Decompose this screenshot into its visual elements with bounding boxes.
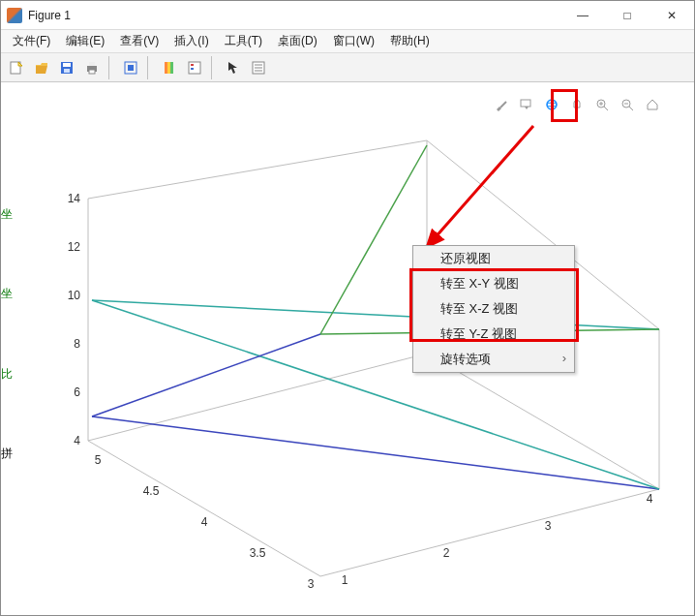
open-icon[interactable]	[30, 56, 53, 79]
z-tick: 10	[68, 289, 81, 302]
y-tick: 3	[308, 577, 315, 591]
x-tick: 3	[545, 519, 552, 533]
datatips-icon[interactable]	[518, 96, 535, 113]
menu-insert[interactable]: 插入(I)	[168, 31, 214, 51]
menubar: 文件(F) 编辑(E) 查看(V) 插入(I) 工具(T) 桌面(D) 窗口(W…	[1, 30, 694, 53]
y-tick: 5	[95, 453, 102, 467]
svg-rect-9	[165, 62, 167, 74]
toolbar	[1, 53, 694, 82]
svg-rect-14	[191, 68, 194, 70]
chevron-right-icon: ›	[562, 351, 566, 365]
z-tick: 6	[74, 385, 80, 399]
save-icon[interactable]	[55, 56, 78, 79]
ctx-rotate-options[interactable]: 旋转选项 ›	[413, 347, 574, 372]
svg-line-26	[88, 140, 427, 199]
chart-line	[92, 416, 659, 489]
annotation-highlight-views	[409, 268, 579, 342]
legend-icon[interactable]	[183, 56, 206, 79]
titlebar: Figure 1 — □ ✕	[1, 1, 694, 30]
menu-tools[interactable]: 工具(T)	[219, 31, 268, 51]
x-tick: 1	[342, 573, 348, 587]
svg-line-37	[629, 107, 633, 110]
annotation-highlight-rotate	[551, 89, 578, 122]
svg-rect-11	[170, 62, 173, 74]
axes-3d[interactable]: 4 6 8 10 12 14 5 4.5 4 3.5 3 1 2 3 4	[1, 82, 695, 615]
x-tick: 2	[443, 546, 450, 560]
svg-rect-8	[128, 65, 134, 71]
svg-line-39	[427, 126, 533, 247]
menu-file[interactable]: 文件(F)	[7, 31, 56, 51]
property-icon[interactable]	[247, 56, 270, 79]
ctx-rotate-options-label: 旋转选项	[440, 352, 491, 366]
close-button[interactable]: ✕	[650, 1, 694, 30]
figure-window: Figure 1 — □ ✕ 文件(F) 编辑(E) 查看(V) 插入(I) 工…	[0, 0, 695, 616]
minimize-button[interactable]: —	[560, 1, 605, 30]
y-tick: 4	[201, 515, 208, 529]
matlab-icon	[7, 8, 22, 23]
arrow-icon[interactable]	[222, 56, 245, 79]
maximize-button[interactable]: □	[605, 1, 650, 30]
z-tick: 4	[74, 434, 80, 447]
svg-rect-12	[189, 62, 200, 74]
y-tick: 4.5	[143, 484, 160, 498]
data-cursor-icon[interactable]	[119, 56, 142, 79]
colorbar-icon[interactable]	[158, 56, 181, 79]
y-tick: 3.5	[250, 546, 266, 560]
svg-rect-13	[191, 64, 194, 66]
chart-line	[92, 334, 320, 416]
zoom-in-icon[interactable]	[593, 96, 611, 113]
home-icon[interactable]	[644, 96, 661, 113]
svg-rect-10	[167, 62, 170, 74]
print-icon[interactable]	[80, 56, 104, 79]
z-tick: 12	[68, 240, 81, 254]
svg-line-33	[604, 107, 608, 110]
menu-view[interactable]: 查看(V)	[114, 31, 165, 51]
z-tick: 8	[74, 337, 80, 351]
svg-rect-3	[64, 69, 70, 73]
svg-line-23	[88, 354, 427, 441]
svg-rect-29	[521, 100, 530, 107]
plot-area: 坐 坐 比 拼	[1, 82, 694, 615]
z-tick: 14	[68, 192, 81, 205]
svg-rect-6	[89, 70, 95, 74]
svg-rect-5	[89, 62, 95, 66]
svg-line-24	[427, 354, 659, 489]
window-title: Figure 1	[28, 9, 71, 22]
svg-line-21	[320, 489, 659, 576]
menu-window[interactable]: 窗口(W)	[327, 31, 380, 51]
svg-rect-2	[63, 63, 71, 67]
x-tick: 4	[647, 492, 653, 506]
brush-icon[interactable]	[493, 96, 510, 113]
new-figure-icon[interactable]	[5, 56, 28, 79]
menu-edit[interactable]: 编辑(E)	[60, 31, 110, 51]
zoom-out-icon[interactable]	[619, 96, 636, 113]
svg-line-20	[88, 441, 320, 576]
menu-desktop[interactable]: 桌面(D)	[272, 31, 323, 51]
svg-line-28	[500, 102, 506, 108]
menu-help[interactable]: 帮助(H)	[384, 31, 436, 51]
